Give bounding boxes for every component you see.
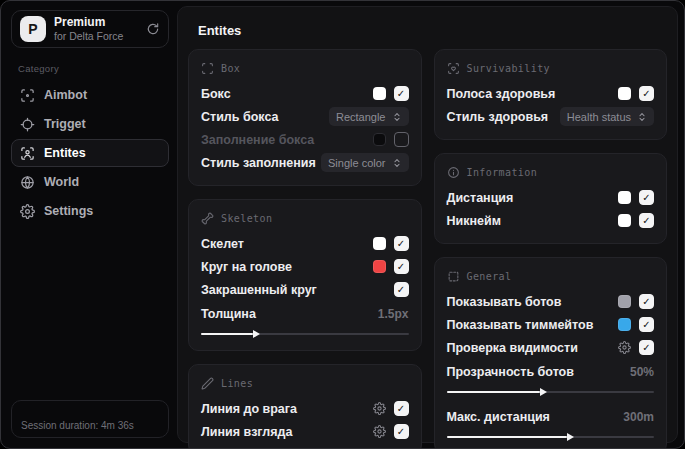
checkbox[interactable]: [394, 424, 409, 439]
app-window: P Premium for Delta Force Category Aimbo…: [0, 0, 685, 449]
globe-icon: [20, 175, 35, 190]
brand-title: Premium: [54, 16, 123, 30]
slider-value: 50%: [630, 365, 654, 379]
chevrons-up-down-icon: [392, 158, 402, 168]
setting-row: Бокс: [201, 82, 409, 105]
session-duration-card: Session duration: 4m 36s: [11, 400, 169, 438]
checkbox[interactable]: [639, 190, 654, 205]
slider-fill[interactable]: [201, 333, 253, 335]
setting-label: Никнейм: [447, 214, 501, 228]
checkbox[interactable]: [639, 86, 654, 101]
bone-icon: [201, 212, 214, 225]
setting-label: Дистанция: [447, 191, 514, 205]
checkbox[interactable]: [639, 213, 654, 228]
dropdown-value: Health status: [567, 111, 631, 123]
dropdown-value: Single color: [328, 157, 385, 169]
checkbox[interactable]: [394, 259, 409, 274]
setting-label: Линия взгляда: [201, 425, 292, 439]
sidebar-item-label: Aimbot: [44, 88, 87, 102]
section-lines-header: Lines: [201, 377, 409, 390]
setting-label: Полоса здоровья: [447, 87, 556, 101]
slider-fill[interactable]: [447, 436, 567, 438]
checkbox[interactable]: [639, 294, 654, 309]
checkbox[interactable]: [639, 340, 654, 355]
color-swatch[interactable]: [618, 87, 631, 100]
setting-label: Бокс: [201, 87, 231, 101]
sidebar-nav: Aimbot Trigget Entites World: [11, 81, 169, 225]
color-swatch[interactable]: [618, 318, 631, 331]
setting-label: Показывать ботов: [447, 295, 562, 309]
sidebar-item-label: Trigget: [44, 117, 86, 131]
health-style-dropdown[interactable]: Health status: [560, 107, 654, 126]
thickness-slider[interactable]: [201, 329, 409, 339]
brand-card: P Premium for Delta Force: [11, 10, 169, 48]
sidebar: P Premium for Delta Force Category Aimbo…: [1, 1, 177, 448]
checkbox[interactable]: [394, 236, 409, 251]
setting-row: Проверка видимости: [447, 336, 655, 359]
setting-label: Показывать тиммейтов: [447, 318, 594, 332]
color-swatch[interactable]: [373, 87, 386, 100]
setting-label: Стиль заполнения: [201, 156, 316, 170]
sidebar-item-entites[interactable]: Entites: [11, 139, 169, 167]
sidebar-item-settings[interactable]: Settings: [11, 197, 169, 225]
session-duration-text: Session duration: 4m 36s: [21, 420, 134, 431]
content-columns: Box Бокс Стиль бокса Rectangle: [188, 49, 667, 449]
section-title: Information: [467, 167, 538, 178]
box-style-dropdown[interactable]: Rectangle: [329, 107, 409, 126]
section-skeleton-header: Skeleton: [201, 212, 409, 225]
setting-label: Макс. дистанция: [447, 410, 550, 424]
setting-row: Показывать тиммейтов: [447, 313, 655, 336]
sidebar-item-label: Entites: [44, 146, 86, 160]
bot-opacity-slider[interactable]: [447, 387, 655, 397]
setting-row: Никнейм: [447, 209, 655, 232]
color-swatch[interactable]: [618, 191, 631, 204]
brand-subtitle: for Delta Force: [54, 30, 123, 42]
setting-label: Линия до врага: [201, 402, 297, 416]
setting-row: Заполнение бокса: [201, 128, 409, 151]
row-settings-gear-icon[interactable]: [618, 341, 631, 354]
brand-logo: P: [20, 16, 46, 42]
sidebar-item-label: World: [44, 175, 79, 189]
max-distance-slider[interactable]: [447, 432, 655, 442]
setting-label: Толщина: [201, 307, 256, 321]
color-swatch[interactable]: [373, 133, 386, 146]
setting-row: Макс. дистанция 300m: [447, 405, 655, 428]
checkbox[interactable]: [394, 86, 409, 101]
section-survivability: Survivability Полоса здоровья Стиль здор…: [434, 49, 668, 140]
section-skeleton: Skeleton Скелет Круг на голове: [188, 199, 422, 351]
thickness-slider-block: Толщина 1.5px: [201, 302, 409, 339]
fill-style-dropdown[interactable]: Single color: [321, 153, 408, 172]
section-information-header: Information: [447, 166, 655, 179]
color-swatch[interactable]: [373, 237, 386, 250]
color-swatch[interactable]: [618, 214, 631, 227]
sidebar-item-world[interactable]: World: [11, 168, 169, 196]
section-box-header: Box: [201, 62, 409, 75]
checkbox[interactable]: [394, 132, 409, 147]
color-swatch[interactable]: [618, 295, 631, 308]
section-title: Skeleton: [221, 213, 272, 224]
setting-row: Стиль здоровья Health status: [447, 105, 655, 128]
setting-row: Прозрачность ботов 50%: [447, 360, 655, 383]
pencil-line-icon: [201, 377, 214, 390]
setting-row: Толщина 1.5px: [201, 302, 409, 325]
refresh-icon[interactable]: [146, 22, 160, 36]
dropdown-value: Rectangle: [336, 111, 386, 123]
trigger-icon: [20, 117, 35, 132]
sidebar-item-trigget[interactable]: Trigget: [11, 110, 169, 138]
box-select-icon: [447, 270, 460, 283]
row-settings-gear-icon[interactable]: [373, 425, 386, 438]
checkbox[interactable]: [394, 282, 409, 297]
brand-text: Premium for Delta Force: [54, 16, 123, 42]
page-title: Entites: [198, 23, 667, 38]
color-swatch[interactable]: [373, 260, 386, 273]
checkbox[interactable]: [639, 317, 654, 332]
sidebar-item-aimbot[interactable]: Aimbot: [11, 81, 169, 109]
row-settings-gear-icon[interactable]: [373, 402, 386, 415]
slider-fill[interactable]: [447, 391, 540, 393]
setting-row: Стиль заполнения Single color: [201, 151, 409, 174]
section-title: Lines: [221, 378, 253, 389]
setting-label: Стиль бокса: [201, 110, 278, 124]
checkbox[interactable]: [394, 401, 409, 416]
aimbot-icon: [20, 88, 35, 103]
setting-label: Закрашенный круг: [201, 283, 317, 297]
